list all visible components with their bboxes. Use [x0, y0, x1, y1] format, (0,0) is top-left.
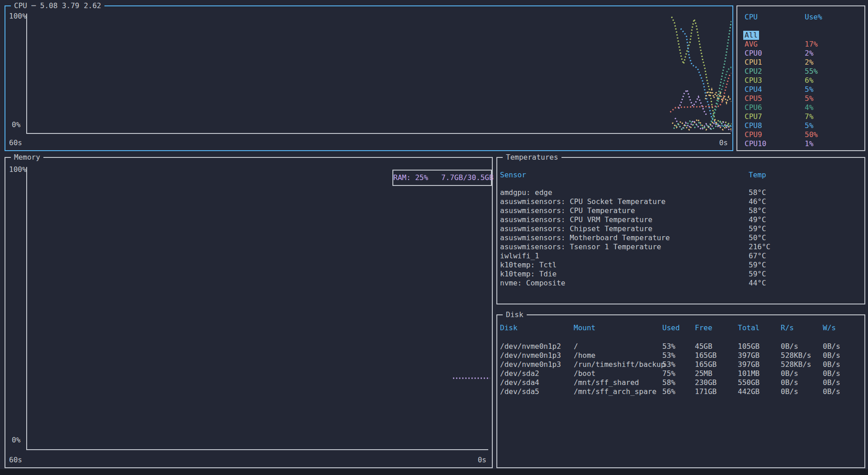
sensor-name: nvme: Composite — [500, 279, 566, 288]
temperature-row[interactable]: k10temp: Tdie59°C — [497, 270, 864, 279]
cpu-legend-row-cpu2[interactable]: CPU255% — [737, 67, 864, 76]
sensor-temp: 59°C — [749, 270, 766, 279]
sensor-temp: 67°C — [749, 252, 766, 261]
cpu-legend-label: CPU6 — [745, 103, 762, 112]
temperature-row[interactable]: asuswmisensors: Chipset Temperature59°C — [497, 224, 864, 233]
temperature-row[interactable]: iwlwifi_167°C — [497, 252, 864, 261]
disk-cell: 528KB/s — [781, 360, 811, 369]
temperatures-header[interactable]: Sensor Temp — [497, 171, 864, 180]
disk-row[interactable]: /dev/nvme0n1p2/53%45GB105GB0B/s0B/s — [497, 342, 864, 351]
temperature-row[interactable]: asuswmisensors: CPU Socket Temperature46… — [497, 197, 864, 206]
cpu-legend-label: CPU5 — [745, 94, 762, 103]
disk-cell: 56% — [662, 387, 675, 396]
disk-row[interactable]: /dev/sda5/mnt/sff_arch_spare56%171GB442G… — [497, 387, 864, 396]
disk-cell: 528KB/s — [781, 351, 811, 360]
disk-header-w-s[interactable]: W/s — [823, 323, 836, 332]
disk-header-disk[interactable]: Disk — [500, 323, 518, 332]
memory-x-axis-0s-label: 0s — [478, 456, 486, 465]
temperatures-header-sensor[interactable]: Sensor — [500, 171, 526, 180]
cpu-y-axis-0-label: 0% — [12, 120, 20, 129]
disk-cell: /dev/sda4 — [500, 378, 539, 387]
sensor-name: asuswmisensors: CPU VRM Temperature — [500, 215, 652, 224]
cpu-legend-value: 2% — [805, 58, 813, 67]
disk-cell: /dev/nvme0n1p2 — [500, 342, 561, 351]
disk-cell: 397GB — [738, 351, 760, 360]
cpu-legend-row-cpu9[interactable]: CPU950% — [737, 130, 864, 139]
cpu-legend-label: CPU1 — [745, 58, 762, 67]
disk-cell: 171GB — [695, 387, 717, 396]
cpu-y-axis-100-label: 100% — [9, 12, 27, 21]
cpu-legend-row-avg[interactable]: AVG17% — [737, 40, 864, 49]
cpu-legend-row-cpu0[interactable]: CPU02% — [737, 49, 864, 58]
memory-panel-title: Memory — [11, 153, 43, 162]
disk-cell: 550GB — [738, 378, 760, 387]
disk-cell: / — [574, 342, 578, 351]
disk-cell: /boot — [574, 369, 595, 378]
cpu-legend-row-cpu3[interactable]: CPU36% — [737, 76, 864, 85]
temperature-row[interactable]: k10temp: Tctl59°C — [497, 261, 864, 270]
disk-cell: 101MB — [738, 369, 760, 378]
cpu-legend-label: CPU9 — [745, 130, 762, 139]
memory-panel[interactable]: Memory 100% 0% 60s 0s RAM: 25% 7.7GB/30.… — [5, 157, 493, 468]
temperatures-panel[interactable]: Temperatures Sensor Temp amdgpu: edge58°… — [496, 157, 865, 304]
disk-cell: /dev/nvme0n1p3 — [500, 351, 561, 360]
temperature-row[interactable]: asuswmisensors: CPU Temperature58°C — [497, 206, 864, 215]
disk-header-used[interactable]: Used — [662, 323, 680, 332]
cpu-usage-chart — [27, 14, 731, 132]
cpu-legend-value: 2% — [805, 49, 813, 58]
cpu-legend-label: CPU4 — [745, 85, 762, 94]
cpu-legend-header-use[interactable]: Use% — [805, 13, 822, 22]
disk-cell: 53% — [662, 360, 675, 369]
cpu-legend-value: 1% — [805, 139, 813, 148]
cpu-legend-value: 5% — [805, 94, 813, 103]
memory-usage-chart — [27, 168, 490, 448]
disk-header-r-s[interactable]: R/s — [781, 323, 794, 332]
sensor-temp: 59°C — [749, 224, 766, 233]
cpu-panel[interactable]: CPU ─ 5.08 3.79 2.62 100% 0% 60s 0s — [5, 5, 733, 151]
disk-cell: /home — [574, 351, 595, 360]
temperature-row[interactable]: nvme: Composite44°C — [497, 279, 864, 288]
disk-cell: /run/timeshift/backup — [574, 360, 665, 369]
sensor-name: asuswmisensors: Chipset Temperature — [500, 224, 652, 233]
disk-cell: 0B/s — [781, 342, 798, 351]
sensor-name: amdgpu: edge — [500, 188, 552, 197]
cpu-legend-row-cpu5[interactable]: CPU55% — [737, 94, 864, 103]
cpu-legend-panel[interactable]: CPU Use% AllAVG17%CPU02%CPU12%CPU255%CPU… — [736, 5, 865, 151]
cpu-legend-row-cpu6[interactable]: CPU64% — [737, 103, 864, 112]
cpu-legend-header[interactable]: CPU Use% — [737, 13, 864, 22]
temperature-row[interactable]: amdgpu: edge58°C — [497, 188, 864, 197]
chart-series-cpu2-teal — [709, 20, 731, 128]
cpu-x-axis-0s-label: 0s — [719, 138, 728, 147]
disk-row[interactable]: /dev/sda4/mnt/sff_shared58%230GB550GB0B/… — [497, 378, 864, 387]
cpu-legend-row-cpu4[interactable]: CPU45% — [737, 85, 864, 94]
cpu-legend-row-cpu8[interactable]: CPU85% — [737, 121, 864, 130]
disk-header-total[interactable]: Total — [738, 323, 760, 332]
cpu-legend-row-all[interactable]: All — [737, 31, 864, 40]
cpu-legend-row-cpu1[interactable]: CPU12% — [737, 58, 864, 67]
sensor-temp: 49°C — [749, 215, 766, 224]
cpu-legend-row-cpu7[interactable]: CPU77% — [737, 112, 864, 121]
disk-cell: 230GB — [695, 378, 717, 387]
cpu-legend-value: 50% — [805, 130, 818, 139]
disk-header-row[interactable]: DiskMountUsedFreeTotalR/sW/s — [497, 323, 864, 332]
temperature-row[interactable]: asuswmisensors: Motherboard Temperature5… — [497, 233, 864, 242]
sensor-name: asuswmisensors: Motherboard Temperature — [500, 233, 670, 242]
disk-row[interactable]: /dev/nvme0n1p3/home53%165GB397GB528KB/s0… — [497, 351, 864, 360]
temperatures-header-temp[interactable]: Temp — [749, 171, 766, 180]
disk-panel[interactable]: Disk DiskMountUsedFreeTotalR/sW/s /dev/n… — [496, 314, 865, 468]
system-monitor-screen: CPU ─ 5.08 3.79 2.62 100% 0% 60s 0s CPU … — [0, 0, 868, 475]
temperature-row[interactable]: asuswmisensors: CPU VRM Temperature49°C — [497, 215, 864, 224]
disk-row[interactable]: /dev/nvme0n1p3/run/timeshift/backup53%16… — [497, 360, 864, 369]
cpu-legend-label: CPU3 — [745, 76, 762, 85]
disk-cell: 165GB — [695, 360, 717, 369]
disk-cell: /mnt/sff_shared — [574, 378, 639, 387]
disk-cell: 53% — [662, 342, 675, 351]
disk-row[interactable]: /dev/sda2/boot75%25MB101MB0B/s0B/s — [497, 369, 864, 378]
disk-cell: 0B/s — [781, 369, 798, 378]
disk-cell: 45GB — [695, 342, 712, 351]
cpu-legend-row-cpu10[interactable]: CPU101% — [737, 139, 864, 148]
temperature-row[interactable]: asuswmisensors: Tsensor 1 Temperature216… — [497, 242, 864, 252]
cpu-legend-header-cpu[interactable]: CPU — [745, 13, 758, 22]
disk-header-mount[interactable]: Mount — [574, 323, 595, 332]
disk-header-free[interactable]: Free — [695, 323, 712, 332]
